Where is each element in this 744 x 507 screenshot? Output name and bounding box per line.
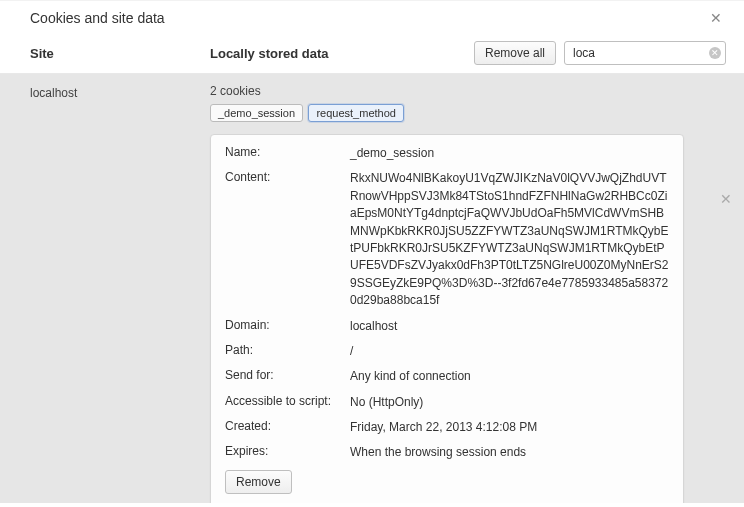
label-name: Name: (225, 145, 350, 159)
search-wrap: ✕ (564, 41, 726, 65)
site-summary: 2 cookies (210, 84, 726, 98)
kv-domain: Domain: localhost (225, 318, 669, 335)
column-header-row: Site Locally stored data Remove all ✕ (0, 33, 744, 74)
remove-button[interactable]: Remove (225, 470, 292, 494)
site-row[interactable]: localhost 2 cookies _demo_session reques… (0, 74, 744, 130)
label-accessible: Accessible to script: (225, 394, 350, 408)
value-content: RkxNUWo4NlBKakoyU1VqZWJIKzNaV0lQVVJwQjZh… (350, 170, 669, 309)
clear-search-icon[interactable]: ✕ (709, 47, 721, 59)
header-controls: Remove all ✕ (474, 41, 726, 65)
kv-content: Content: RkxNUWo4NlBKakoyU1VqZWJIKzNaV0l… (225, 170, 669, 309)
label-content: Content: (225, 170, 350, 184)
label-expires: Expires: (225, 444, 350, 458)
site-summary-block: 2 cookies _demo_session request_method (210, 84, 726, 122)
value-expires: When the browsing session ends (350, 444, 669, 461)
dialog-body: localhost 2 cookies _demo_session reques… (0, 74, 744, 503)
label-domain: Domain: (225, 318, 350, 332)
kv-accessible: Accessible to script: No (HttpOnly) (225, 394, 669, 411)
cookie-chip-request-method[interactable]: request_method (308, 104, 404, 122)
close-icon[interactable]: ✕ (706, 9, 726, 27)
cookie-detail-card: Name: _demo_session Content: RkxNUWo4NlB… (210, 134, 684, 503)
remove-wrap: Remove (225, 470, 669, 494)
value-send-for: Any kind of connection (350, 368, 669, 385)
value-accessible: No (HttpOnly) (350, 394, 669, 411)
kv-send-for: Send for: Any kind of connection (225, 368, 669, 385)
cookie-chip-demo-session[interactable]: _demo_session (210, 104, 303, 122)
column-site: Site (30, 46, 210, 61)
dialog-titlebar: Cookies and site data ✕ (0, 1, 744, 33)
label-created: Created: (225, 419, 350, 433)
remove-all-button[interactable]: Remove all (474, 41, 556, 65)
dialog-title: Cookies and site data (30, 10, 165, 26)
site-host: localhost (30, 84, 210, 100)
kv-expires: Expires: When the browsing session ends (225, 444, 669, 461)
search-input[interactable] (564, 41, 726, 65)
label-send-for: Send for: (225, 368, 350, 382)
value-path: / (350, 343, 669, 360)
kv-created: Created: Friday, March 22, 2013 4:12:08 … (225, 419, 669, 436)
kv-name: Name: _demo_session (225, 145, 669, 162)
cookies-dialog: Cookies and site data ✕ Site Locally sto… (0, 0, 744, 507)
row-remove-icon[interactable]: ✕ (720, 192, 732, 206)
column-data: Locally stored data (210, 46, 474, 61)
value-domain: localhost (350, 318, 669, 335)
value-name: _demo_session (350, 145, 669, 162)
cookie-chip-list: _demo_session request_method (210, 104, 726, 122)
kv-path: Path: / (225, 343, 669, 360)
value-created: Friday, March 22, 2013 4:12:08 PM (350, 419, 669, 436)
label-path: Path: (225, 343, 350, 357)
